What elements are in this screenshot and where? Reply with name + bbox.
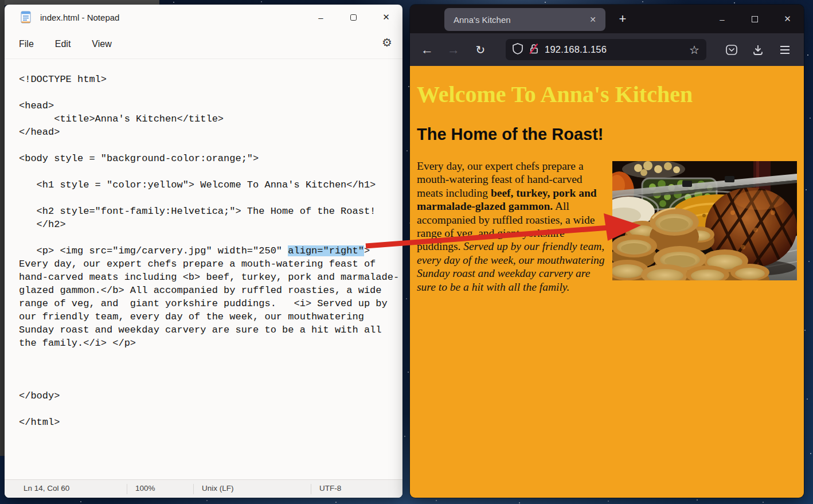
carvery-photo — [612, 161, 797, 280]
tab-close-icon[interactable]: ✕ — [586, 13, 600, 26]
background-window-edge-left — [0, 0, 5, 456]
notepad-window-title: index.html - Notepad — [40, 13, 119, 22]
code-before-selection: <!DOCTYPE html> <head> <title>Anna's Kit… — [19, 74, 376, 256]
menu-edit[interactable]: Edit — [48, 36, 78, 53]
settings-gear-icon[interactable]: ⚙ — [382, 36, 392, 49]
status-encoding: UTF-8 — [319, 484, 341, 493]
page-subheading: The Home of the Roast! — [417, 125, 603, 144]
status-cursor-position: Ln 14, Col 60 — [24, 484, 69, 493]
pocket-icon[interactable] — [724, 42, 740, 58]
menu-view[interactable]: View — [85, 36, 118, 53]
insecure-lock-icon[interactable] — [529, 43, 539, 57]
new-tab-button[interactable]: + — [613, 10, 632, 28]
maximize-icon — [752, 16, 758, 22]
minimize-icon: – — [318, 13, 323, 22]
menu-hamburger-icon[interactable] — [777, 42, 793, 58]
code-selection-highlight: align="right" — [288, 245, 364, 256]
browser-toolbar: ← → ↻ 192.168.1.156 ☆ — [410, 33, 804, 66]
minimize-icon: – — [720, 14, 724, 24]
menu-file[interactable]: File — [12, 36, 41, 53]
close-icon: ✕ — [382, 12, 390, 22]
close-icon: ✕ — [784, 14, 791, 24]
notepad-window-controls: – ✕ — [304, 5, 402, 30]
notepad-menubar: File Edit View ⚙ — [5, 30, 402, 59]
tab-title: Anna's Kitchen — [454, 15, 586, 25]
url-text[interactable]: 192.168.1.156 — [545, 44, 683, 55]
address-bar[interactable]: 192.168.1.156 ☆ — [506, 39, 706, 60]
status-line-ending: Unix (LF) — [202, 484, 234, 493]
reload-button[interactable]: ↻ — [471, 41, 490, 59]
status-divider — [193, 484, 194, 494]
notepad-close-button[interactable]: ✕ — [370, 5, 402, 30]
notepad-maximize-button[interactable] — [337, 5, 370, 30]
page-paragraph: Every day, our expert chefs prepare a mo… — [417, 159, 797, 294]
notepad-window: index.html - Notepad – ✕ File Edit View … — [5, 5, 402, 498]
browser-tabstrip: Anna's Kitchen ✕ + – ✕ — [410, 5, 804, 33]
back-button[interactable]: ← — [418, 41, 436, 59]
notepad-app-icon — [20, 11, 32, 24]
browser-close-button[interactable]: ✕ — [771, 5, 804, 33]
download-icon[interactable] — [750, 42, 766, 58]
browser-page: Welcome To Anna's Kitchen The Home of th… — [410, 66, 804, 498]
notepad-editor[interactable]: <!DOCTYPE html> <head> <title>Anna's Kit… — [5, 60, 402, 479]
page-heading: Welcome To Anna's Kitchen — [417, 81, 693, 108]
browser-window-controls: – ✕ — [706, 5, 804, 33]
status-zoom-level: 100% — [135, 484, 155, 493]
code-text: <!DOCTYPE html> <head> <title>Anna's Kit… — [19, 73, 399, 429]
tracking-protection-shield-icon[interactable] — [513, 43, 523, 57]
browser-maximize-button[interactable] — [738, 5, 771, 33]
browser-minimize-button[interactable]: – — [706, 5, 738, 33]
browser-window: Anna's Kitchen ✕ + – ✕ ← → ↻ — [410, 5, 804, 498]
forward-button[interactable]: → — [444, 41, 463, 59]
notepad-minimize-button[interactable]: – — [304, 5, 337, 30]
status-divider — [127, 484, 127, 494]
notepad-statusbar: Ln 14, Col 60 100% Unix (LF) UTF-8 — [5, 479, 402, 498]
bookmark-star-icon[interactable]: ☆ — [689, 43, 699, 57]
notepad-titlebar: index.html - Notepad – ✕ — [5, 5, 402, 30]
browser-tab[interactable]: Anna's Kitchen ✕ — [444, 8, 605, 31]
maximize-icon — [350, 14, 357, 21]
desktop-background: index.html - Notepad – ✕ File Edit View … — [0, 0, 813, 504]
code-after-selection: > Every day, our expert chefs prepare a … — [19, 245, 399, 428]
status-divider — [311, 484, 311, 494]
